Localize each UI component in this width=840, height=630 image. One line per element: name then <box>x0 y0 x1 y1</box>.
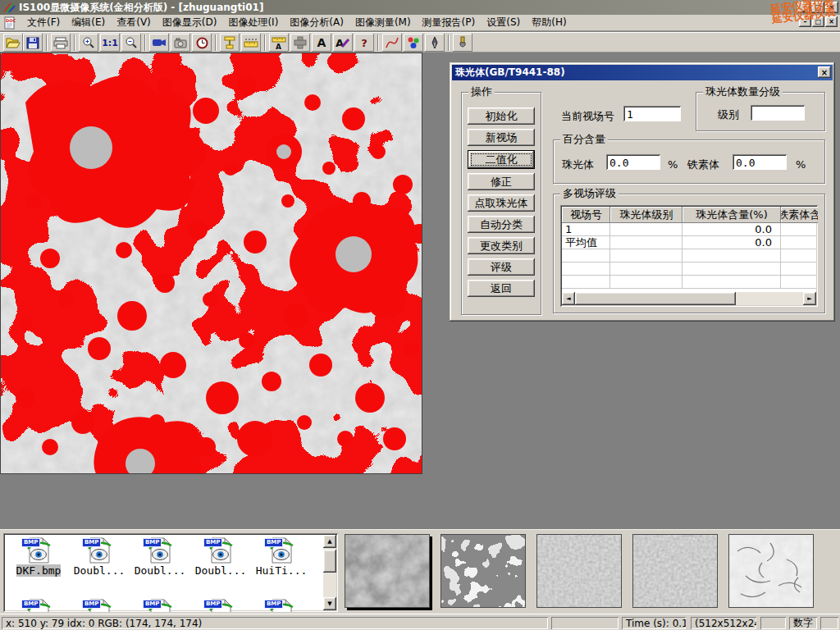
video-camera-button[interactable] <box>149 34 169 52</box>
file-item[interactable]: BMP Doubl... <box>190 537 251 577</box>
pearlite-percent-input[interactable] <box>606 154 660 170</box>
thumbnail-3[interactable] <box>536 534 622 608</box>
thumbnail-1[interactable] <box>345 534 430 608</box>
menu-image-processing[interactable]: 图像处理(I) <box>222 14 284 31</box>
text-button[interactable]: A <box>312 34 331 52</box>
zoom-out-button[interactable] <box>121 34 141 52</box>
minimize-button[interactable]: _ <box>797 2 810 13</box>
edit-text-button[interactable]: A <box>333 34 353 52</box>
scrollbar-thumb[interactable] <box>323 550 336 573</box>
close-button[interactable]: × <box>825 2 838 13</box>
zoom-in-button[interactable] <box>79 34 98 52</box>
ferrite-percent-input[interactable] <box>733 154 787 170</box>
grading-group-label: 珠光体数量分级 <box>703 86 783 98</box>
file-item[interactable]: BMP Doubl... <box>130 537 190 577</box>
auto-classify-button[interactable]: 自动分类 <box>468 216 535 233</box>
actual-size-button[interactable]: 1:1 <box>100 34 120 52</box>
file-item[interactable]: BMP <box>251 599 312 612</box>
level-input[interactable] <box>751 105 805 121</box>
pearlite-percent-sign: % <box>668 158 678 171</box>
column-ferrite-content[interactable]: 铁素体含量(%) <box>781 207 818 223</box>
menu-image-analysis[interactable]: 图像分析(A) <box>284 14 349 31</box>
table-horizontal-scrollbar[interactable]: ◄ ► <box>562 292 816 305</box>
rate-button[interactable]: 评级 <box>468 258 535 276</box>
toolbar-separator <box>46 34 48 51</box>
timer-button[interactable] <box>192 34 212 52</box>
cell-field: 1 <box>562 223 610 235</box>
column-pearlite-content[interactable]: 珠光体含量(%) <box>682 207 781 223</box>
cell-field: 平均值 <box>562 236 610 249</box>
toolbar-separator <box>264 34 266 51</box>
print-button[interactable] <box>51 34 71 52</box>
file-item[interactable]: BMP HuiTi... <box>251 537 312 577</box>
curve-tool-button[interactable] <box>382 34 402 52</box>
change-category-button[interactable]: 更改类别 <box>468 237 535 254</box>
measure-text-button[interactable]: A <box>269 34 289 52</box>
mdi-restore-button[interactable]: □ <box>812 16 824 27</box>
table-row[interactable]: 1 0.0 <box>562 223 816 236</box>
document-icon[interactable]: DOC <box>3 16 16 30</box>
pen-button[interactable] <box>425 34 445 52</box>
menu-view[interactable]: 查看(V) <box>111 14 157 31</box>
column-field-number[interactable]: 视场号 <box>562 207 610 223</box>
save-button[interactable] <box>23 34 43 52</box>
menu-measure-report[interactable]: 测量报告(P) <box>417 14 482 31</box>
initialize-button[interactable]: 初始化 <box>468 107 535 125</box>
scroll-left-icon[interactable]: ◄ <box>562 292 575 305</box>
menu-image-display[interactable]: 图像显示(D) <box>157 14 223 31</box>
brush-button[interactable] <box>453 34 472 52</box>
pick-pearlite-button[interactable]: 点取珠光体 <box>468 194 535 212</box>
metallographic-image-canvas[interactable] <box>0 52 422 474</box>
toolbar: 1:1 A A A ? <box>0 32 840 52</box>
bmp-file-icon: BMP <box>267 537 295 564</box>
file-item[interactable]: BMP <box>69 599 130 612</box>
menu-edit[interactable]: 编辑(E) <box>66 14 111 31</box>
classify-tool-button[interactable] <box>404 34 423 52</box>
table-row-empty <box>562 262 816 276</box>
scroll-down-icon[interactable]: ▼ <box>323 597 336 610</box>
binarize-button[interactable]: 二值化 <box>468 150 535 169</box>
merge-tool-button[interactable] <box>290 34 310 52</box>
menu-image-measure[interactable]: 图像测量(M) <box>349 14 417 31</box>
bmp-file-icon: BMP <box>267 599 295 612</box>
menu-settings[interactable]: 设置(S) <box>481 14 526 31</box>
column-pearlite-level[interactable]: 珠光体级别 <box>610 207 682 223</box>
thumbnail-5[interactable] <box>728 534 814 608</box>
help-button[interactable]: ? <box>354 34 374 52</box>
new-field-button[interactable]: 新视场 <box>468 129 535 146</box>
scroll-right-icon[interactable]: ► <box>803 292 816 305</box>
image-size-status: (512x512x24) <box>691 617 756 629</box>
scrollbar-thumb[interactable] <box>575 292 736 305</box>
table-row[interactable]: 平均值 0.0 <box>562 236 816 249</box>
app-icon <box>2 2 16 13</box>
photo-camera-button[interactable] <box>171 34 190 52</box>
file-browser-scrollbar[interactable]: ▲ ▼ <box>323 535 336 610</box>
svg-text:A: A <box>276 43 281 50</box>
open-button[interactable] <box>3 34 23 52</box>
thumbnail-2[interactable] <box>441 534 526 608</box>
correct-button[interactable]: 修正 <box>468 173 535 190</box>
file-item[interactable]: BMP <box>190 599 251 612</box>
bmp-file-icon: BMP <box>25 537 52 564</box>
maximize-button[interactable]: □ <box>811 2 824 13</box>
mdi-minimize-button[interactable]: – <box>799 16 811 27</box>
mdi-close-button[interactable]: × <box>825 16 838 27</box>
status-empty-3 <box>820 617 838 629</box>
file-item[interactable]: BMP <box>8 599 69 612</box>
dialog-title-bar[interactable]: 珠光体(GB/T9441-88) × <box>452 65 833 80</box>
percent-group-label: 百分含量 <box>560 134 608 145</box>
file-item[interactable]: BMP <box>130 599 190 612</box>
file-item[interactable]: BMP DKF.bmp <box>8 537 69 577</box>
table-row-empty <box>562 276 816 289</box>
ruler-button[interactable] <box>241 34 261 52</box>
thumbnail-4[interactable] <box>632 534 718 608</box>
caliper-button[interactable] <box>220 34 240 52</box>
dialog-close-button[interactable]: × <box>818 66 831 78</box>
return-button[interactable]: 返回 <box>468 280 535 297</box>
menu-help[interactable]: 帮助(H) <box>526 14 572 31</box>
current-field-input[interactable] <box>623 106 681 121</box>
menu-file[interactable]: 文件(F) <box>21 14 66 31</box>
file-item[interactable]: BMP Doubl... <box>69 537 130 577</box>
operation-group: 操作 初始化 新视场 二值化 修正 点取珠光体 自动分类 更改类别 评级 返回 <box>461 92 541 315</box>
scroll-up-icon[interactable]: ▲ <box>323 535 336 548</box>
